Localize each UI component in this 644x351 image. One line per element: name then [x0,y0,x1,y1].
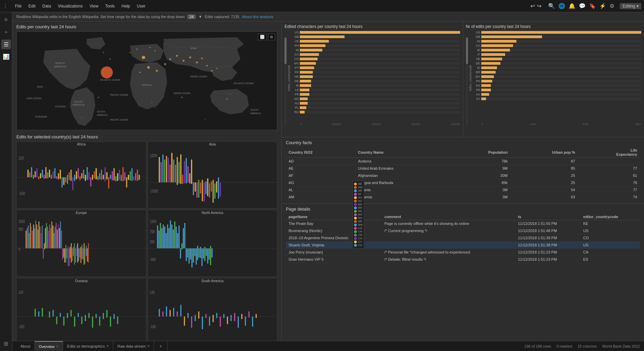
legend-item: AU [354,196,363,199]
svg-rect-322 [252,317,253,327]
svg-rect-304 [187,313,188,318]
bar-row: AU [473,92,642,96]
redo-button[interactable]: ↪ [537,3,541,9]
col-population[interactable]: Population [452,147,510,158]
legend-item: CY [354,240,363,243]
col-comment[interactable]: comment [382,214,515,220]
bookmark-icon[interactable]: 🔖 [589,3,596,9]
col-editor-code[interactable]: editor_countrycode [581,214,640,220]
legend-item: AR [354,189,363,192]
chart-south-america: South America 120 -100 [148,278,278,341]
svg-rect-302 [180,305,181,317]
svg-rect-163 [28,225,29,248]
svg-rect-318 [237,317,238,328]
table-row[interactable]: AF Afghanistan 30M 25 61 [286,172,640,179]
svg-rect-298 [166,306,167,317]
col-life[interactable]: Life Expectancy [578,147,640,158]
close-overview-tab[interactable]: ✕ [56,345,59,348]
svg-point-39 [103,52,104,53]
svg-rect-319 [241,314,242,319]
col-iso2[interactable]: Country ISO2 [286,147,355,158]
svg-rect-91 [94,171,95,178]
map-copy-btn[interactable]: ⧉ [268,34,275,40]
svg-rect-106 [121,175,122,181]
svg-rect-75 [65,177,66,182]
tab-about[interactable]: About [16,341,35,351]
col-ts[interactable]: ts [515,214,580,220]
svg-rect-57 [33,175,34,179]
menu-user[interactable]: User [135,3,147,9]
svg-point-46 [205,119,206,120]
col-pagename[interactable]: pageName [286,214,382,220]
svg-rect-243 [181,243,182,249]
svg-point-47 [151,102,152,103]
hours-dropdown[interactable]: 24 [187,14,195,19]
table-row[interactable]: The Pirate Bay Page is currently offline… [286,220,640,227]
svg-point-43 [155,50,156,51]
svg-text:INDIAN OCEAN: INDIAN OCEAN [174,92,190,94]
col-name[interactable]: Country Name [355,147,452,158]
menu-edit[interactable]: Edit [27,3,37,9]
svg-rect-210 [78,248,79,261]
table-row[interactable]: AG Antigua and Barbuda 89k 25 76 [286,179,640,186]
bar-row: IN [473,39,642,43]
search-icon[interactable]: 🔍 [548,3,555,9]
svg-rect-98 [106,172,107,179]
sidebar-layers[interactable]: ☰ [1,40,11,49]
svg-rect-93 [98,176,99,180]
settings-icon[interactable]: ⚙ [610,3,614,9]
dropdown-arrow[interactable]: ▼ [199,15,202,19]
svg-rect-155 [220,182,221,197]
svg-rect-77 [69,172,70,180]
table-row[interactable]: AL Albania 3M 54 77 [286,186,640,194]
map-container[interactable]: ⬜ ⧉ [16,31,277,130]
menu-visualizations[interactable]: Visualizations [56,3,84,9]
tab-overview[interactable]: Overview ✕ [35,341,63,351]
svg-text:AMERICA: AMERICA [97,114,108,116]
undo-button[interactable]: ↩ [530,3,535,9]
svg-rect-87 [87,167,88,180]
menu-help[interactable]: Help [120,3,131,9]
svg-rect-168 [33,224,34,248]
chat-icon[interactable]: 💬 [579,3,586,9]
country-facts-table: Country ISO2 Country Name Population Urb… [286,147,640,201]
table-row[interactable]: Gran Hermano VIP 5 /* Debate: Blind resu… [286,256,640,263]
table-row[interactable]: AE United Arab Emirates 9M 85 77 [286,165,640,172]
menu-dots[interactable]: ⋮ [3,3,8,9]
add-tab-btn[interactable]: ＋ [154,341,167,351]
globe-icon[interactable]: 🌐 [558,3,565,9]
table-row[interactable]: AD Andorra 78k 87 [286,158,640,165]
svg-rect-282 [85,315,86,321]
table-row[interactable]: 2018–19 Argentine Primera División 11/12… [286,234,640,242]
map-title: Edits per country last 24 hours [16,24,277,29]
menu-view[interactable]: View [88,3,100,9]
editing-dropdown[interactable]: ▾ [636,4,639,9]
legend-item: AZ [354,199,363,202]
sidebar-tools[interactable]: ⊞ [1,339,11,348]
sidebar-expand[interactable]: ≡ [1,15,11,25]
menu-data[interactable]: Data [41,3,52,9]
sidebar-chart[interactable]: 📊 [1,52,11,61]
svg-rect-137 [187,166,188,183]
svg-rect-133 [180,154,181,184]
bell-icon[interactable]: 🔔 [569,3,575,9]
menu-file[interactable]: File [14,3,23,9]
legend-item: BR [354,220,363,223]
legend-item: CO [354,237,363,240]
table-row[interactable]: Boomerang (Nordic) /* Current programmin… [286,227,640,234]
svg-rect-320 [245,317,246,326]
filter-icon[interactable]: ⚡ [599,3,606,9]
col-urban[interactable]: Urban pop % [510,147,578,158]
menu-tools[interactable]: Tools [104,3,116,9]
map-expand-btn[interactable]: ⬜ [258,34,267,40]
close-edits-tab[interactable]: ✕ [106,344,109,348]
about-link[interactable]: About this analysis [242,15,273,19]
table-row[interactable]: Stuarts Draft, Virginia 11/12/2018 1:51:… [286,242,640,249]
table-row[interactable]: Joe Perry (musician) /* Personal life */… [286,249,640,256]
sidebar-plus[interactable]: ＋ [1,27,11,37]
table-row[interactable]: AM Armenia 3M 63 74 [286,194,640,201]
tab-raw-data[interactable]: Raw data stream ✕ [113,341,154,351]
tab-edits-demographics[interactable]: Edits vs demographics ✕ [63,341,114,351]
close-raw-tab[interactable]: ✕ [147,344,150,348]
svg-rect-171 [36,224,37,248]
